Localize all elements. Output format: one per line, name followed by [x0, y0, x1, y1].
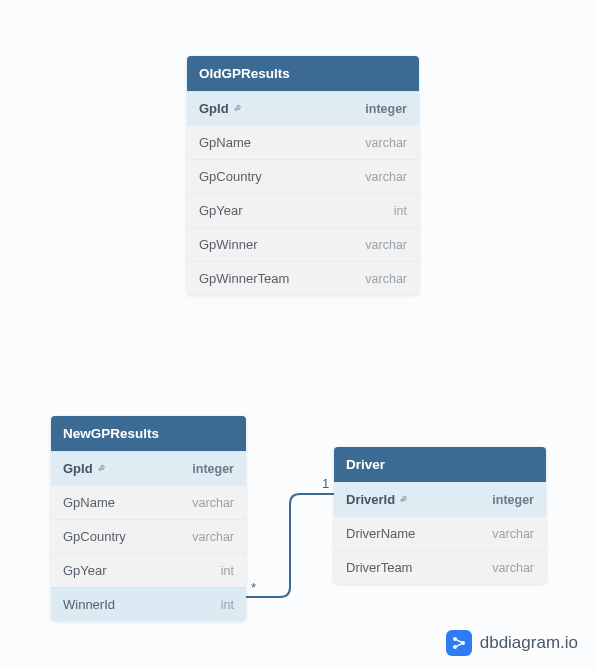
column-type: integer — [192, 462, 234, 476]
table-header-driver[interactable]: Driver — [334, 447, 546, 482]
watermark[interactable]: dbdiagram.io — [446, 630, 578, 656]
table-row[interactable]: GpId integer — [187, 91, 419, 125]
table-row[interactable]: GpWinnerTeam varchar — [187, 261, 419, 295]
table-row[interactable]: DriverTeam varchar — [334, 550, 546, 584]
column-name: WinnerId — [63, 597, 115, 612]
column-type: varchar — [365, 272, 407, 286]
column-type: varchar — [365, 136, 407, 150]
diagram-canvas[interactable]: OldGPResults GpId integer GpName varchar… — [0, 0, 596, 670]
table-oldgpresults[interactable]: OldGPResults GpId integer GpName varchar… — [187, 56, 419, 295]
table-header-newgpresults[interactable]: NewGPResults — [51, 416, 246, 451]
table-row[interactable]: GpYear int — [51, 553, 246, 587]
table-row[interactable]: DriverName varchar — [334, 516, 546, 550]
column-type: varchar — [365, 238, 407, 252]
column-name: GpYear — [199, 203, 243, 218]
column-type: varchar — [192, 496, 234, 510]
key-icon — [233, 104, 243, 114]
column-type: varchar — [492, 527, 534, 541]
column-name: GpYear — [63, 563, 107, 578]
column-name: GpId — [199, 101, 243, 116]
column-type: int — [221, 598, 234, 612]
table-row[interactable]: WinnerId int — [51, 587, 246, 621]
table-row[interactable]: DriverId integer — [334, 482, 546, 516]
column-name: GpWinner — [199, 237, 258, 252]
column-name: GpWinnerTeam — [199, 271, 289, 286]
column-type: varchar — [365, 170, 407, 184]
table-row[interactable]: GpCountry varchar — [51, 519, 246, 553]
watermark-text: dbdiagram.io — [480, 633, 578, 653]
key-icon — [399, 495, 409, 505]
column-name: GpId — [63, 461, 107, 476]
table-row[interactable]: GpWinner varchar — [187, 227, 419, 261]
table-row[interactable]: GpName varchar — [51, 485, 246, 519]
column-name: GpCountry — [199, 169, 262, 184]
column-type: varchar — [192, 530, 234, 544]
column-name: GpName — [199, 135, 251, 150]
table-header-oldgpresults[interactable]: OldGPResults — [187, 56, 419, 91]
column-type: int — [394, 204, 407, 218]
table-row[interactable]: GpId integer — [51, 451, 246, 485]
table-row[interactable]: GpCountry varchar — [187, 159, 419, 193]
column-name: DriverName — [346, 526, 415, 541]
column-name: GpName — [63, 495, 115, 510]
column-name: DriverTeam — [346, 560, 412, 575]
column-type: varchar — [492, 561, 534, 575]
table-row[interactable]: GpYear int — [187, 193, 419, 227]
column-name: GpCountry — [63, 529, 126, 544]
column-type: integer — [365, 102, 407, 116]
column-type: int — [221, 564, 234, 578]
cardinality-one: 1 — [322, 476, 329, 491]
column-name: DriverId — [346, 492, 409, 507]
dbdiagram-logo-icon — [446, 630, 472, 656]
table-driver[interactable]: Driver DriverId integer DriverName varch… — [334, 447, 546, 584]
table-newgpresults[interactable]: NewGPResults GpId integer GpName varchar… — [51, 416, 246, 621]
key-icon — [97, 464, 107, 474]
cardinality-many: * — [251, 580, 256, 595]
column-type: integer — [492, 493, 534, 507]
table-row[interactable]: GpName varchar — [187, 125, 419, 159]
